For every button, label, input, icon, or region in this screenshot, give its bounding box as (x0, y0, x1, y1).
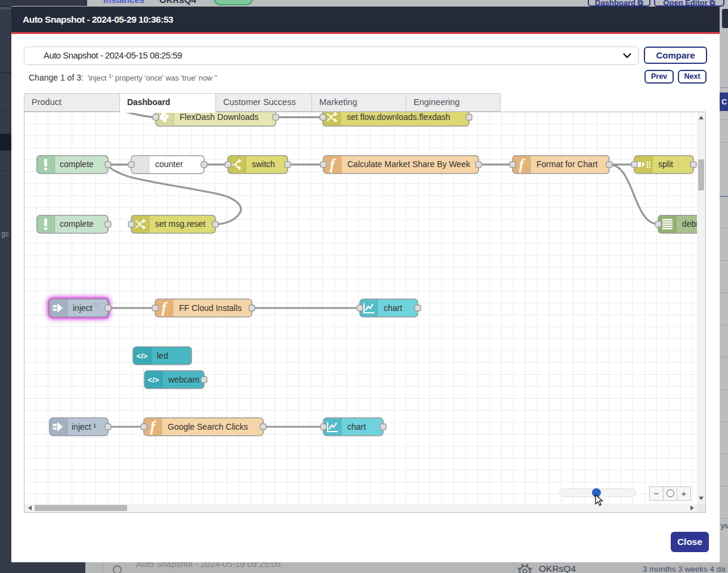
svg-text:split: split (658, 159, 673, 169)
svg-text:</>: </> (137, 352, 148, 361)
svg-text:Format for Chart: Format for Chart (536, 159, 598, 169)
svg-text:inject: inject (73, 303, 92, 313)
svg-text:FlexDash Downloads: FlexDash Downloads (180, 112, 258, 122)
svg-text:chart: chart (384, 303, 402, 313)
svg-text:Calculate Market Share By Week: Calculate Market Share By Week (347, 159, 471, 169)
svg-text:</>: </> (148, 375, 159, 384)
svg-text:complete: complete (60, 159, 94, 169)
svg-text:set msg.reset: set msg.reset (155, 219, 205, 229)
svg-text:led: led (157, 351, 168, 361)
svg-text:switch: switch (252, 159, 275, 169)
svg-text:Google Search Clicks: Google Search Clicks (168, 422, 248, 432)
svg-text:counter: counter (155, 159, 183, 169)
svg-text:¹: ¹ (95, 301, 97, 309)
svg-text:inject ¹: inject ¹ (72, 422, 97, 432)
svg-text:complete: complete (60, 219, 94, 229)
svg-text:chart: chart (347, 422, 366, 432)
svg-text:FF Cloud Installs: FF Cloud Installs (179, 303, 242, 313)
svg-text:webcam: webcam (168, 375, 199, 384)
svg-text:set flow.downloads.flexdash: set flow.downloads.flexdash (347, 112, 451, 122)
svg-text:debug: debug (682, 219, 698, 229)
